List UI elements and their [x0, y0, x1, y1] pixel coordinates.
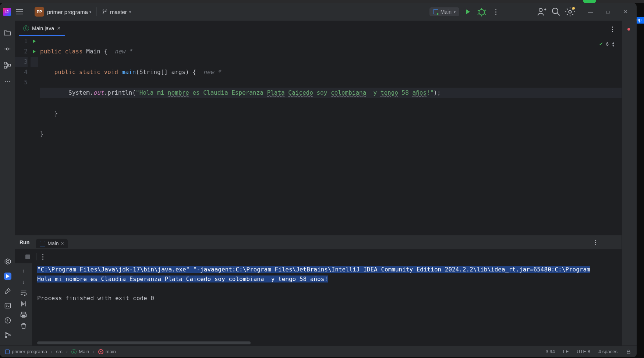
clear-button[interactable]	[20, 322, 27, 330]
svg-rect-21	[627, 351, 630, 354]
run-tool-button[interactable]	[4, 273, 11, 280]
console-output[interactable]: "C:\Program Files\Java\jdk-17\bin\java.e…	[32, 263, 622, 340]
wrap-icon	[20, 289, 27, 296]
editor-tab-bar: C Main.java ×	[15, 21, 622, 36]
external-window-top	[0, 0, 644, 3]
console-side-toolbar: ↑ ↓	[15, 263, 32, 345]
editor-tab-main[interactable]: C Main.java ×	[19, 21, 65, 36]
minimize-icon: —	[609, 239, 614, 245]
commit-tool-button[interactable]	[3, 45, 11, 53]
caret-position[interactable]: 3:94	[546, 349, 555, 354]
svg-point-0	[103, 10, 104, 11]
gutter-run-icon[interactable]	[33, 50, 36, 53]
more-tools-button[interactable]	[3, 77, 11, 85]
project-selector[interactable]: primer programa ▾	[47, 9, 91, 15]
svg-rect-10	[8, 64, 11, 66]
lock-icon[interactable]	[626, 349, 631, 355]
structure-icon	[3, 61, 11, 69]
minimize-button[interactable]: —	[582, 6, 598, 17]
title-bar: IJ PP primer programa ▾ master ▾ Main ▾	[0, 3, 637, 21]
more-vertical-icon	[612, 27, 613, 32]
code-content[interactable]: public class Main { new * public static …	[38, 36, 622, 235]
close-session-button[interactable]: ×	[61, 241, 64, 246]
chevron-right-icon: ›	[51, 349, 52, 354]
code-editor[interactable]: 1 2 3 4 5 public class Main { new * publ…	[15, 36, 622, 235]
svg-point-3	[479, 10, 485, 15]
project-tool-button[interactable]	[3, 29, 11, 37]
debug-button[interactable]	[476, 6, 487, 17]
java-class-icon: C	[23, 25, 29, 31]
breadcrumb-project[interactable]: primer programa	[5, 349, 47, 354]
hide-run-panel-button[interactable]: —	[606, 237, 617, 248]
console-horizontal-scrollbar[interactable]	[32, 340, 622, 345]
run-options-button[interactable]	[590, 237, 601, 248]
indent-setting[interactable]: 4 spaces	[598, 349, 618, 354]
soft-wrap-button[interactable]	[20, 289, 27, 296]
close-icon: ✕	[623, 9, 628, 15]
search-icon	[551, 6, 562, 17]
check-icon: ✔	[599, 39, 603, 49]
settings-button[interactable]	[565, 6, 576, 17]
breadcrumb-label: src	[56, 349, 62, 354]
inspection-count: 6	[606, 39, 609, 49]
build-tool-button[interactable]	[4, 287, 11, 295]
inspection-widget[interactable]: ✔ 6 ▲▼	[599, 39, 615, 49]
project-avatar-icon: PP	[35, 7, 44, 17]
more-vertical-icon	[42, 254, 43, 260]
stop-button[interactable]	[25, 255, 30, 259]
scroll-to-end-button[interactable]	[20, 300, 27, 308]
maximize-button[interactable]: ▢	[600, 6, 616, 17]
git-tool-button[interactable]	[4, 331, 11, 339]
bug-icon	[476, 6, 487, 17]
left-tool-stripe	[0, 21, 15, 345]
arrow-down-icon: ↓	[22, 279, 25, 285]
breadcrumb-src[interactable]: src	[56, 349, 62, 354]
terminal-tool-button[interactable]	[4, 302, 11, 309]
tab-options-button[interactable]	[607, 24, 618, 35]
problems-tool-button[interactable]	[4, 317, 11, 324]
run-config-label: Main	[440, 9, 452, 15]
run-more-button[interactable]	[490, 6, 501, 17]
scroll-down-button[interactable]: ↓	[20, 278, 27, 285]
svg-point-15	[5, 333, 6, 334]
vcs-branch-selector[interactable]: master ▾	[102, 9, 131, 15]
run-session-label: Main	[47, 241, 59, 246]
commit-icon	[3, 45, 11, 53]
chevron-down-icon: ▾	[129, 10, 131, 14]
structure-tool-button[interactable]	[3, 61, 11, 69]
code-with-me-button[interactable]	[537, 6, 548, 17]
run-config-icon	[433, 9, 438, 14]
chevron-right-icon: ›	[66, 349, 68, 354]
breadcrumb-label: main	[106, 349, 116, 354]
file-encoding[interactable]: UTF-8	[577, 349, 590, 354]
svg-marker-11	[5, 259, 10, 264]
run-button[interactable]	[462, 6, 473, 17]
gutter-run-icon[interactable]	[33, 39, 36, 43]
toolbar-more-button[interactable]	[42, 254, 43, 260]
run-title: Run	[20, 239, 29, 245]
breadcrumb-method[interactable]: main	[98, 349, 116, 354]
console-line-2: Hola mi nombre es Claudia Esperanza Plat…	[37, 275, 328, 282]
run-config-selector[interactable]: Main ▾	[429, 7, 459, 16]
print-button[interactable]	[20, 311, 27, 319]
printer-icon	[20, 311, 27, 319]
more-horizontal-icon	[5, 81, 10, 82]
breadcrumb-label: primer programa	[12, 349, 47, 354]
search-everywhere-button[interactable]	[551, 6, 562, 17]
close-button[interactable]: ✕	[618, 6, 634, 17]
inspection-nav[interactable]: ▲▼	[612, 41, 615, 47]
line-separator[interactable]: LF	[563, 349, 569, 354]
scroll-up-button[interactable]: ↑	[20, 267, 27, 274]
close-tab-button[interactable]: ×	[57, 25, 60, 32]
run-session-tab[interactable]: Main ×	[36, 239, 68, 248]
gutter-run-icons	[31, 36, 38, 235]
people-icon	[537, 6, 548, 17]
services-tool-button[interactable]	[4, 258, 11, 265]
breadcrumb-class[interactable]: C Main	[71, 349, 89, 354]
svg-rect-19	[21, 314, 26, 317]
scrollbar-thumb[interactable]	[37, 341, 251, 344]
stop-icon	[25, 255, 30, 259]
update-indicator-icon	[572, 7, 575, 10]
main-menu-button[interactable]	[14, 6, 25, 17]
work-area: C Main.java × 1 2 3 4 5	[0, 21, 637, 345]
